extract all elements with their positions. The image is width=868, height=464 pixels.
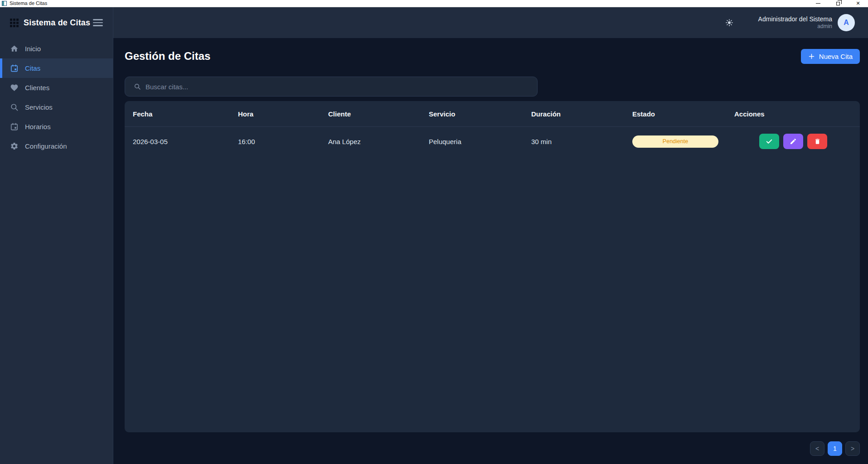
brand-area: Sistema de Citas — [0, 7, 113, 38]
sidebar-item-servicios[interactable]: Servicios — [0, 97, 113, 117]
column-header-acciones: Acciones — [726, 110, 860, 118]
calendar-icon — [10, 64, 19, 72]
cell-fecha: 2026-03-05 — [125, 138, 230, 145]
header-right: Administrador del Sistema admin A — [113, 7, 868, 38]
search-icon — [134, 83, 141, 90]
pencil-icon — [790, 138, 797, 145]
edit-button[interactable] — [783, 134, 803, 149]
column-header-fecha: Fecha — [125, 110, 230, 118]
cell-duracion: 30 min — [523, 138, 624, 145]
table-row: 2026-03-05 16:00 Ana López Peluqueria 30… — [125, 127, 860, 156]
sidebar-item-clientes[interactable]: Clientes — [0, 78, 113, 97]
search-bar — [125, 77, 538, 97]
plus-icon — [808, 53, 815, 60]
new-appointment-label: Nueva Cita — [819, 53, 853, 60]
window-title: Sistema de Citas — [10, 1, 47, 6]
heart-icon — [10, 83, 19, 92]
sidebar-item-label: Clientes — [25, 84, 49, 92]
sidebar-item-label: Configuración — [25, 142, 67, 150]
cell-acciones — [726, 134, 860, 149]
app-window-icon — [2, 1, 7, 6]
column-header-hora: Hora — [230, 110, 320, 118]
gear-icon — [10, 142, 19, 150]
home-icon — [10, 44, 19, 53]
cell-servicio: Peluqueria — [421, 138, 523, 145]
column-header-cliente: Cliente — [320, 110, 421, 118]
new-appointment-button[interactable]: Nueva Cita — [801, 49, 860, 64]
sidebar-item-inicio[interactable]: Inicio — [0, 39, 113, 58]
close-button[interactable]: ✕ — [848, 0, 868, 7]
page-title: Gestión de Citas — [125, 50, 210, 63]
sidebar: Inicio Citas Clientes Servicios — [0, 38, 113, 464]
cell-hora: 16:00 — [230, 138, 320, 145]
user-role: admin — [758, 23, 832, 30]
sidebar-item-label: Servicios — [25, 103, 53, 111]
search-icon — [10, 103, 19, 111]
sidebar-item-horarios[interactable]: Horarios — [0, 117, 113, 136]
minimize-icon — [816, 3, 820, 4]
minimize-button[interactable] — [808, 0, 828, 7]
sun-icon — [725, 19, 733, 27]
cell-cliente: Ana López — [320, 138, 421, 145]
table-header-row: Fecha Hora Cliente Servicio Duración Est… — [125, 101, 860, 127]
confirm-button[interactable] — [759, 134, 779, 149]
sidebar-item-configuracion[interactable]: Configuración — [0, 136, 113, 156]
pagination: < 1 > — [125, 441, 860, 456]
status-badge: Pendiente — [632, 135, 718, 148]
pagination-prev-button[interactable]: < — [810, 441, 824, 456]
window-controls: ✕ — [808, 0, 868, 7]
avatar[interactable]: A — [838, 14, 855, 31]
brand-title: Sistema de Citas — [24, 18, 90, 28]
user-name: Administrador del Sistema — [758, 15, 832, 24]
user-info: Administrador del Sistema admin — [758, 15, 832, 30]
trash-icon — [814, 138, 821, 145]
grid-logo-icon — [10, 19, 19, 27]
appointments-table: Fecha Hora Cliente Servicio Duración Est… — [125, 101, 860, 432]
sidebar-item-label: Citas — [25, 64, 40, 72]
restore-button[interactable] — [828, 0, 848, 7]
column-header-servicio: Servicio — [421, 110, 523, 118]
calendar-icon — [10, 122, 19, 131]
main-content: Gestión de Citas Nueva Cita Fecha Hora C… — [113, 38, 868, 464]
close-icon: ✕ — [856, 1, 860, 6]
sidebar-item-label: Inicio — [25, 45, 41, 53]
column-header-duracion: Duración — [523, 110, 624, 118]
search-input[interactable] — [145, 77, 537, 96]
delete-button[interactable] — [807, 134, 827, 149]
sidebar-item-citas[interactable]: Citas — [0, 58, 113, 78]
pagination-next-button[interactable]: > — [845, 441, 860, 456]
theme-toggle-button[interactable] — [725, 19, 733, 27]
check-icon — [765, 137, 773, 145]
column-header-estado: Estado — [624, 110, 726, 118]
pagination-page-1-button[interactable]: 1 — [828, 441, 842, 456]
cell-estado: Pendiente — [624, 135, 726, 148]
restore-icon — [836, 2, 840, 5]
app-header: Sistema de Citas Administrador del Siste… — [0, 7, 868, 38]
sidebar-item-label: Horarios — [25, 123, 51, 130]
hamburger-menu-icon[interactable] — [93, 19, 103, 26]
titlebar: Sistema de Citas ✕ — [0, 0, 868, 7]
